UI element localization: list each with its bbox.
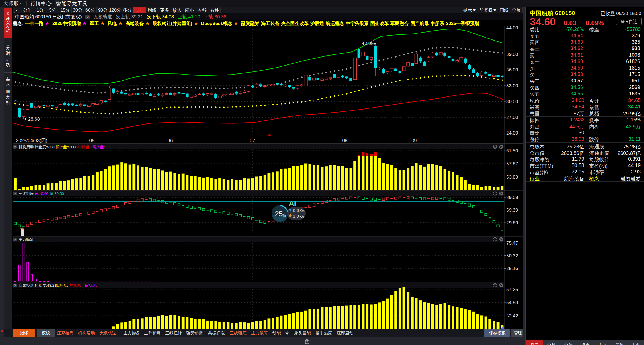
svg-text:07: 07: [250, 138, 255, 143]
svg-text:54.83: 54.83: [506, 300, 518, 305]
svg-text:33.00: 33.00: [506, 83, 518, 88]
svg-text:53.83: 53.83: [506, 175, 518, 180]
svg-text:09: 09: [412, 138, 417, 143]
svg-text:机构启动 控盘度:51.88: 机构启动 控盘度:51.88: [19, 145, 56, 149]
svg-text:06: 06: [168, 138, 173, 143]
svg-text:25: 25: [275, 210, 283, 218]
svg-text:08: 08: [342, 138, 348, 143]
svg-text:底:10.00: 底:10.00: [34, 192, 48, 196]
svg-text:40.98: 40.98: [362, 41, 374, 46]
svg-text:05: 05: [89, 138, 95, 143]
svg-text:57.67: 57.67: [506, 161, 518, 167]
svg-text:?: ?: [14, 238, 16, 241]
svg-text:中控盘:-: 中控盘:-: [70, 283, 84, 287]
svg-text:三线狙底: 三线狙底: [19, 192, 34, 196]
svg-text:低控盘:-: 低控盘:-: [55, 283, 69, 287]
svg-text:27.00: 27.00: [506, 115, 518, 120]
svg-text:高控盘:-: 高控盘:-: [84, 283, 98, 287]
svg-text:庄家控盘 控盘度:48.21: 庄家控盘 控盘度:48.21: [19, 283, 56, 287]
svg-text:低控盘:51.88: 低控盘:51.88: [55, 145, 77, 149]
svg-text:中控盘:-: 中控盘:-: [78, 145, 92, 149]
svg-text:36.00: 36.00: [506, 67, 518, 73]
svg-text:24.00: 24.00: [506, 130, 518, 136]
svg-text:K/s: K/s: [299, 209, 305, 213]
svg-text:主力吸筹: 主力吸筹: [19, 237, 34, 242]
svg-text:%: %: [282, 214, 286, 218]
svg-text:61.50: 61.50: [506, 148, 518, 153]
svg-text:K/s: K/s: [299, 214, 305, 219]
svg-text:89.08: 89.08: [506, 195, 518, 200]
svg-text:顶:80.00: 顶:80.00: [50, 192, 64, 196]
svg-text:57.25: 57.25: [506, 287, 518, 292]
svg-text:AI: AI: [289, 199, 296, 207]
svg-text:银: 银: [20, 226, 24, 230]
svg-text:59.39: 59.39: [506, 207, 518, 213]
svg-text:?: ?: [14, 145, 16, 149]
svg-text:30.00: 30.00: [506, 99, 518, 104]
svg-text:1.0: 1.0: [293, 214, 299, 219]
svg-text:高控盘:-: 高控盘:-: [92, 145, 106, 149]
svg-text:44.00: 44.00: [506, 26, 518, 31]
svg-text:52.42: 52.42: [506, 313, 518, 319]
svg-text:26.68: 26.68: [28, 116, 40, 122]
svg-text:?: ?: [14, 284, 16, 287]
svg-text:39.00: 39.00: [506, 52, 518, 57]
svg-text:25.16: 25.16: [506, 266, 518, 271]
svg-text:2025/04/03(四): 2025/04/03(四): [16, 138, 47, 143]
svg-text:0.3: 0.3: [293, 208, 299, 213]
svg-text:29.69: 29.69: [506, 220, 518, 225]
svg-text:75.47: 75.47: [506, 240, 518, 246]
svg-text:?: ?: [14, 192, 16, 195]
svg-text:50.32: 50.32: [506, 253, 518, 259]
